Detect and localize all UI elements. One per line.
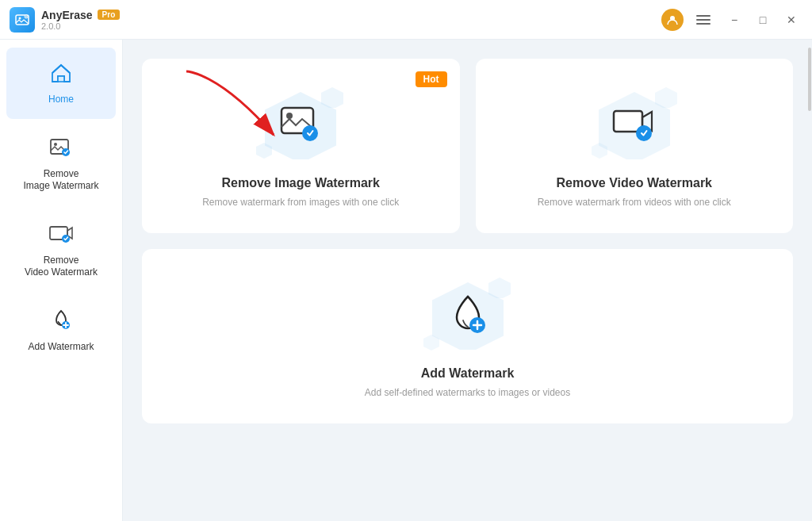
- sidebar-remove-video-label: RemoveVideo Watermark: [25, 255, 98, 279]
- scrollbar-thumb[interactable]: [808, 48, 811, 111]
- user-avatar-button[interactable]: [661, 9, 684, 31]
- card-video-desc: Remove watermark from videos with one cl…: [538, 197, 731, 208]
- svg-marker-14: [256, 143, 272, 159]
- svg-point-6: [54, 143, 57, 146]
- sidebar-add-watermark-label: Add Watermark: [29, 341, 94, 354]
- sidebar-remove-image-label: RemoveImage Watermark: [24, 168, 99, 193]
- scrollbar-track: [807, 40, 812, 521]
- svg-point-1: [19, 17, 21, 19]
- remove-video-icon: [48, 221, 74, 250]
- card-icon-area-add: [420, 274, 515, 354]
- card-image-title: Remove Image Watermark: [222, 176, 381, 190]
- minimize-button[interactable]: −: [723, 9, 745, 31]
- card-add-title: Add Watermark: [421, 366, 515, 381]
- sidebar-item-remove-video[interactable]: RemoveVideo Watermark: [6, 209, 116, 292]
- home-icon: [48, 60, 74, 89]
- svg-marker-13: [321, 87, 343, 108]
- card-video-title: Remove Video Watermark: [556, 176, 712, 190]
- card-icon-area-video: [587, 84, 682, 163]
- window-controls: − □ ✕: [723, 9, 802, 31]
- menu-button[interactable]: [693, 12, 714, 28]
- app-logo: [10, 7, 35, 33]
- add-watermark-icon: [48, 308, 74, 336]
- app-info: AnyErase Pro 2.0.0: [10, 7, 120, 33]
- maximize-button[interactable]: □: [752, 9, 774, 31]
- svg-point-17: [302, 125, 318, 141]
- app-title: AnyErase: [41, 9, 93, 21]
- app-name: AnyErase Pro: [41, 9, 120, 21]
- sidebar-item-remove-image[interactable]: RemoveImage Watermark: [6, 122, 116, 205]
- sidebar-home-label: Home: [48, 94, 74, 106]
- sidebar-item-add-watermark[interactable]: Add Watermark: [6, 295, 116, 366]
- title-bar: AnyErase Pro 2.0.0 − □ ✕: [0, 0, 812, 40]
- title-bar-right: − □ ✕: [661, 9, 802, 31]
- svg-point-22: [636, 125, 652, 141]
- content-area: Hot: [123, 40, 812, 521]
- pro-badge: Pro: [98, 10, 121, 20]
- card-add-watermark[interactable]: Add Watermark Add self-defined watermark…: [142, 249, 793, 423]
- card-image-desc: Remove watermark from images with one cl…: [202, 197, 399, 208]
- main-layout: Home RemoveImage Watermark: [0, 40, 812, 521]
- app-name-container: AnyErase Pro 2.0.0: [41, 9, 120, 31]
- card-icon-area-image: [253, 84, 348, 163]
- close-button[interactable]: ✕: [780, 9, 802, 31]
- hot-badge: Hot: [416, 71, 447, 87]
- svg-marker-24: [488, 278, 511, 298]
- card-add-desc: Add self-defined watermarks to images or…: [365, 387, 570, 398]
- svg-marker-25: [423, 335, 439, 351]
- svg-marker-19: [655, 87, 677, 108]
- app-version: 2.0.0: [41, 21, 120, 31]
- card-remove-video[interactable]: Remove Video Watermark Remove watermark …: [476, 59, 794, 233]
- svg-marker-20: [592, 143, 607, 159]
- svg-rect-4: [58, 76, 64, 82]
- sidebar-item-home[interactable]: Home: [6, 48, 116, 119]
- sidebar: Home RemoveImage Watermark: [0, 40, 123, 521]
- cards-grid: Hot: [142, 59, 793, 233]
- card-remove-image[interactable]: Hot: [142, 59, 460, 233]
- remove-image-icon: [48, 135, 74, 163]
